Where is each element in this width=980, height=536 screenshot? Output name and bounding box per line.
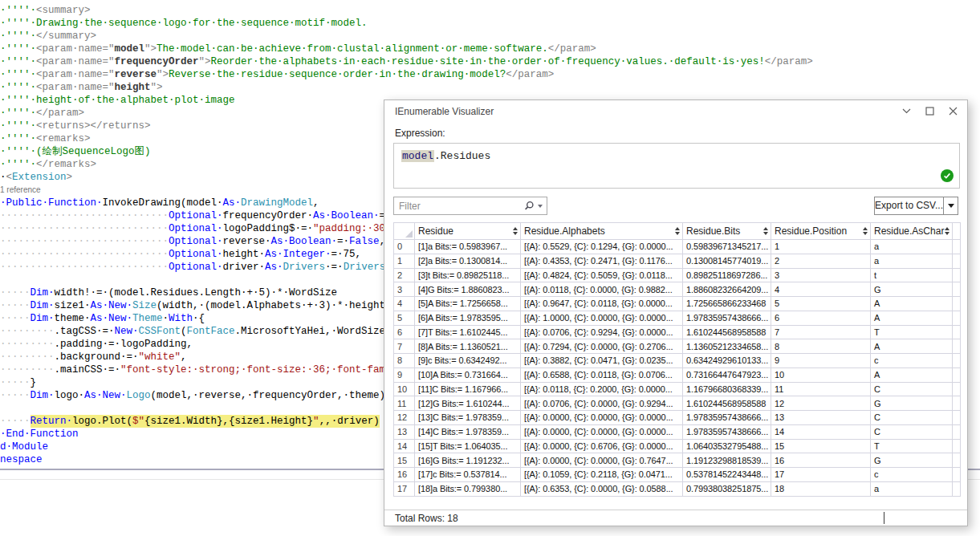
cell-residue[interactable]: [12]G Bits:= 1.610244... xyxy=(415,396,521,411)
row-header[interactable]: 12 xyxy=(394,411,415,425)
cell-residue-bits[interactable]: 1.16796680368339... xyxy=(683,382,771,396)
cell-residue-position[interactable]: 2 xyxy=(771,254,871,268)
row-header[interactable]: 7 xyxy=(394,339,415,354)
cell-residue[interactable]: [15]T Bits:= 1.064035... xyxy=(415,439,521,453)
cell-residue-alphabets[interactable]: [{A}: 0.0000, {C}: 0.0000, {G}: 0.7647..… xyxy=(521,453,683,468)
column-header-residue-alphabets[interactable]: Residue.Alphabets xyxy=(521,223,683,240)
cell-residue-position[interactable]: 7 xyxy=(771,325,871,339)
cell-residue-bits[interactable]: 0.89825118697286... xyxy=(683,268,771,282)
cell-residue-position[interactable]: 5 xyxy=(771,297,871,311)
search-icon[interactable] xyxy=(524,201,535,211)
cell-residue-bits[interactable]: 0.59839671345217... xyxy=(683,240,771,254)
expression-input[interactable]: model.Residues xyxy=(393,143,960,189)
cell-residue-alphabets[interactable]: [{A}: 0.0000, {C}: 0.6706, {G}: 0.0000..… xyxy=(521,439,683,453)
cell-residue-aschar[interactable]: c xyxy=(871,468,953,482)
cell-residue-position[interactable]: 6 xyxy=(771,311,871,325)
cell-residue-position[interactable]: 17 xyxy=(771,468,871,482)
row-header[interactable]: 5 xyxy=(394,311,415,325)
cell-residue-alphabets[interactable]: [{A}: 0.6353, {C}: 0.0000, {G}: 0.0588..… xyxy=(521,481,683,496)
column-header-residue-bits[interactable]: Residue.Bits xyxy=(683,223,771,240)
column-header-residue-aschar[interactable]: Residue.AsChar xyxy=(871,223,953,240)
row-header[interactable]: 3 xyxy=(394,282,415,297)
cell-residue-bits[interactable]: 1.610244568958588 xyxy=(683,325,771,339)
row-header[interactable]: 8 xyxy=(394,354,415,368)
cell-residue[interactable]: [18]a Bits:= 0.799380... xyxy=(415,481,521,496)
cell-residue[interactable]: [7]T Bits:= 1.6102445... xyxy=(415,325,521,339)
cell-residue-alphabets[interactable]: [{A}: 0.0706, {C}: 0.0000, {G}: 0.9294..… xyxy=(521,396,683,411)
cell-residue-alphabets[interactable]: [{A}: 0.3882, {C}: 0.0471, {G}: 0.0235..… xyxy=(521,354,683,368)
row-header[interactable]: 4 xyxy=(394,297,415,311)
cell-residue-alphabets[interactable]: [{A}: 0.0000, {C}: 0.0000, {G}: 0.0000..… xyxy=(521,424,683,439)
cell-residue-aschar[interactable]: a xyxy=(871,254,953,268)
export-to-csv-button[interactable]: Export to CSV... xyxy=(874,197,958,215)
column-header-residue-position[interactable]: Residue.Position xyxy=(771,223,871,240)
cell-residue-bits[interactable]: 0.73166447647923... xyxy=(683,367,771,382)
cell-residue-bits[interactable]: 1.97835957438666... xyxy=(683,311,771,325)
cell-residue-alphabets[interactable]: [{A}: 0.6588, {C}: 0.0118, {G}: 0.0706..… xyxy=(521,367,683,382)
cell-residue[interactable]: [13]C Bits:= 1.978359... xyxy=(415,411,521,425)
dock-options-button[interactable] xyxy=(898,104,914,118)
cell-residue-alphabets[interactable]: [{A}: 0.0118, {C}: 0.2000, {G}: 0.0000..… xyxy=(521,382,683,396)
cell-residue-aschar[interactable]: G xyxy=(871,396,953,411)
maximize-button[interactable] xyxy=(921,104,937,118)
cell-residue-alphabets[interactable]: [{A}: 0.9647, {C}: 0.0118, {G}: 0.0000..… xyxy=(521,297,683,311)
cell-residue-bits[interactable]: 1.88608232664209... xyxy=(683,282,771,297)
cell-residue-position[interactable]: 16 xyxy=(771,453,871,468)
cell-residue-aschar[interactable]: T xyxy=(871,325,953,339)
cell-residue[interactable]: [3]t Bits:= 0.89825118... xyxy=(415,268,521,282)
cell-residue[interactable]: [8]A Bits:= 1.1360521... xyxy=(415,339,521,354)
cell-residue-position[interactable]: 18 xyxy=(771,481,871,496)
cell-residue-aschar[interactable]: A xyxy=(871,311,953,325)
cell-residue-position[interactable]: 13 xyxy=(771,411,871,425)
row-header[interactable]: 13 xyxy=(394,424,415,439)
cell-residue[interactable]: [10]A Bits:= 0.731664... xyxy=(415,367,521,382)
row-header[interactable]: 9 xyxy=(394,367,415,382)
dialog-titlebar[interactable]: IEnumerable Visualizer xyxy=(384,100,967,121)
cell-residue[interactable]: [6]A Bits:= 1.9783595... xyxy=(415,311,521,325)
row-header[interactable]: 2 xyxy=(394,268,415,282)
cell-residue-alphabets[interactable]: [{A}: 1.0000, {C}: 0.0000, {G}: 0.0000..… xyxy=(521,311,683,325)
cell-residue[interactable]: [11]C Bits:= 1.167966... xyxy=(415,382,521,396)
row-header[interactable]: 1 xyxy=(394,254,415,268)
row-header[interactable]: 15 xyxy=(394,453,415,468)
cell-residue[interactable]: [9]c Bits:= 0.6342492... xyxy=(415,354,521,368)
cell-residue-position[interactable]: 12 xyxy=(771,396,871,411)
cell-residue-aschar[interactable]: A xyxy=(871,297,953,311)
cell-residue-bits[interactable]: 1.97835957438666... xyxy=(683,411,771,425)
row-header[interactable]: 17 xyxy=(394,481,415,496)
cell-residue-bits[interactable]: 1.06403532795488... xyxy=(683,439,771,453)
row-header[interactable]: 16 xyxy=(394,468,415,482)
cell-residue-bits[interactable]: 0.13008145774019... xyxy=(683,254,771,268)
cell-residue-alphabets[interactable]: [{A}: 0.4824, {C}: 0.5059, {G}: 0.0118..… xyxy=(521,268,683,282)
cell-residue-aschar[interactable]: G xyxy=(871,453,953,468)
cell-residue-aschar[interactable]: T xyxy=(871,439,953,453)
cell-residue-bits[interactable]: 0.79938038251875... xyxy=(683,481,771,496)
cell-residue-aschar[interactable]: c xyxy=(871,354,953,368)
export-dropdown-arrow[interactable] xyxy=(943,197,958,214)
cell-residue-aschar[interactable]: a xyxy=(871,240,953,254)
cell-residue-aschar[interactable]: G xyxy=(871,282,953,297)
cell-residue-alphabets[interactable]: [{A}: 0.5529, {C}: 0.1294, {G}: 0.0000..… xyxy=(521,240,683,254)
cell-residue[interactable]: [16]G Bits:= 1.191232... xyxy=(415,453,521,468)
cell-residue-alphabets[interactable]: [{A}: 0.0118, {C}: 0.0000, {G}: 0.9882..… xyxy=(521,282,683,297)
cell-residue[interactable]: [2]a Bits:= 0.1300814... xyxy=(415,254,521,268)
chevron-down-icon[interactable] xyxy=(538,205,543,208)
cell-residue-position[interactable]: 1 xyxy=(771,240,871,254)
cell-residue[interactable]: [4]G Bits:= 1.8860823... xyxy=(415,282,521,297)
cell-residue-aschar[interactable]: C xyxy=(871,411,953,425)
close-button[interactable] xyxy=(945,104,961,118)
cell-residue-aschar[interactable]: C xyxy=(871,382,953,396)
cell-residue-aschar[interactable]: A xyxy=(871,367,953,382)
cell-residue-bits[interactable]: 1.725665866233468 xyxy=(683,297,771,311)
cell-residue-position[interactable]: 8 xyxy=(771,339,871,354)
cell-residue-position[interactable]: 9 xyxy=(771,354,871,368)
cell-residue-aschar[interactable]: a xyxy=(871,481,953,496)
row-header[interactable]: 0 xyxy=(394,240,415,254)
cell-residue-position[interactable]: 15 xyxy=(771,439,871,453)
cell-residue-alphabets[interactable]: [{A}: 0.0000, {C}: 0.0000, {G}: 0.0000..… xyxy=(521,411,683,425)
filter-input[interactable] xyxy=(394,197,514,214)
cell-residue-position[interactable]: 10 xyxy=(771,367,871,382)
cell-residue-bits[interactable]: 1.13605212334658... xyxy=(683,339,771,354)
row-header[interactable]: 11 xyxy=(394,396,415,411)
cell-residue-aschar[interactable]: t xyxy=(871,268,953,282)
